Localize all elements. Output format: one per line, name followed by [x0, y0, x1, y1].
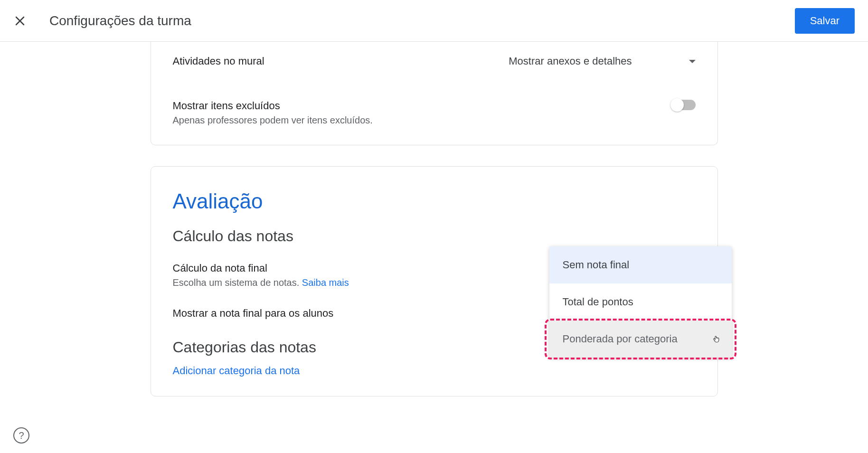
grade-calc-dropdown-menu: Sem nota final Total de pontos Ponderada…	[549, 246, 732, 358]
close-icon[interactable]	[13, 14, 27, 28]
activities-dropdown[interactable]: Mostrar anexos e detalhes	[509, 55, 695, 67]
dropdown-option-none[interactable]: Sem nota final	[549, 246, 732, 283]
deleted-items-row: Mostrar itens excluídos Apenas professor…	[173, 86, 696, 126]
deleted-items-description: Apenas professores podem ver itens exclu…	[173, 115, 373, 126]
grade-calc-subtitle: Cálculo das notas	[173, 227, 696, 245]
activities-label: Atividades no mural	[173, 55, 264, 67]
help-icon[interactable]: ?	[13, 427, 29, 444]
final-grade-desc-text: Escolha um sistema de notas.	[173, 277, 302, 288]
activities-dropdown-value: Mostrar anexos e detalhes	[509, 55, 632, 67]
header-left: Configurações da turma	[13, 13, 191, 28]
header: Configurações da turma Salvar	[0, 0, 868, 42]
learn-more-link[interactable]: Saiba mais	[302, 277, 349, 288]
stream-settings-card: Atividades no mural Mostrar anexos e det…	[151, 42, 718, 145]
grading-section-title: Avaliação	[173, 189, 696, 213]
dropdown-option-weighted[interactable]: Ponderada por categoria	[549, 321, 732, 358]
save-button[interactable]: Salvar	[795, 8, 855, 34]
deleted-items-text: Mostrar itens excluídos Apenas professor…	[173, 100, 373, 126]
activities-row: Atividades no mural Mostrar anexos e det…	[173, 42, 696, 67]
dropdown-option-weighted-label: Ponderada por categoria	[563, 333, 678, 345]
dropdown-option-total[interactable]: Total de pontos	[549, 283, 732, 321]
add-category-link[interactable]: Adicionar categoria da nota	[173, 365, 696, 377]
toggle-thumb	[670, 98, 684, 112]
grading-card: Avaliação Cálculo das notas Cálculo da n…	[151, 166, 718, 396]
deleted-items-toggle[interactable]	[672, 100, 696, 110]
page-title: Configurações da turma	[49, 13, 191, 28]
chevron-down-icon	[689, 60, 696, 63]
cursor-icon	[713, 334, 720, 344]
deleted-items-label: Mostrar itens excluídos	[173, 100, 373, 112]
content-area: Atividades no mural Mostrar anexos e det…	[0, 42, 868, 417]
